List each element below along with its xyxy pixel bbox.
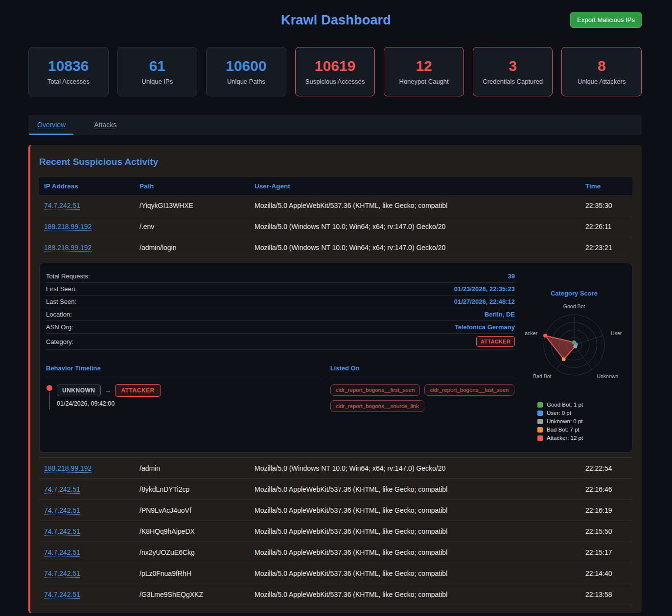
path-cell: /K8HQq9hAipeDX	[135, 521, 250, 542]
table-row[interactable]: 188.218.99.192 /.env Mozilla/5.0 (Window…	[39, 216, 632, 237]
legend-swatch-icon	[537, 411, 543, 416]
stat-card-unique-attackers: 8 Unique Attackers	[561, 47, 642, 96]
field-label: Location:	[46, 311, 72, 318]
stat-label: Suspicious Accesses	[296, 78, 375, 85]
path-cell: /YiqykGI13WHXE	[135, 195, 250, 216]
category-to-badge: ATTACKER	[115, 384, 161, 397]
field-label: Total Requests:	[46, 273, 90, 280]
panel-title: Recent Suspicious Activity	[39, 157, 633, 167]
stat-card-credentials-captured: 3 Credentials Captured	[473, 47, 553, 96]
legend-swatch-icon	[537, 402, 543, 408]
table-row[interactable]: 74.7.242.51 /pLz0Fnua9fRhH Mozilla/5.0 A…	[39, 563, 632, 584]
path-cell: /.env	[135, 216, 250, 237]
suspicious-activity-table: IP Address Path User-Agent Time 74.7.242…	[39, 177, 632, 605]
user-agent-cell: Mozilla/5.0 AppleWebKit/537.36 (KHTML, l…	[250, 542, 580, 563]
time-cell: 22:13:58	[580, 584, 632, 605]
table-row[interactable]: 74.7.242.51 /8ykdLnDYTi2cp Mozilla/5.0 A…	[39, 479, 632, 500]
field-row-last-seen: Last Seen: 01/27/2026, 22:48:12	[46, 296, 515, 308]
user-agent-cell: Mozilla/5.0 (Windows NT 10.0; Win64; x64…	[250, 237, 580, 258]
radar-chart: Good BotUserUnknownBad BotAttacker	[525, 298, 623, 391]
ip-link[interactable]: 74.7.242.51	[44, 506, 80, 514]
time-cell: 22:16:46	[580, 479, 632, 500]
tab-attacks[interactable]: Attacks	[86, 115, 124, 135]
table-row[interactable]: 74.7.242.51 /K8HQq9hAipeDX Mozilla/5.0 A…	[39, 521, 632, 542]
stats-row: 10836 Total Accesses 61 Unique IPs 10600…	[28, 47, 642, 96]
path-cell: /pLz0Fnua9fRhH	[135, 563, 250, 584]
legend-item-user: User: 0 pt	[537, 410, 626, 416]
stat-label: Total Accesses	[29, 78, 108, 85]
svg-text:Good Bot: Good Bot	[563, 303, 585, 309]
ip-link[interactable]: 74.7.242.51	[44, 591, 80, 598]
stat-value: 10619	[296, 58, 375, 74]
ip-link[interactable]: 188.218.99.192	[44, 223, 92, 230]
field-label: First Seen:	[46, 285, 77, 293]
timeline-item: UNKNOWN → ATTACKER 01/24/2026, 09:42:00	[46, 384, 320, 410]
table-row[interactable]: 74.7.242.51 /G3Lme9ShEQgXKZ Mozilla/5.0 …	[39, 584, 632, 605]
svg-text:Attacker: Attacker	[525, 330, 537, 336]
field-value: Berlin, DE	[485, 311, 515, 318]
ip-link[interactable]: 74.7.242.51	[44, 485, 80, 493]
category-from-badge: UNKNOWN	[57, 385, 101, 396]
table-header-row: IP Address Path User-Agent Time	[39, 177, 632, 195]
export-malicious-ips-button[interactable]: Export Malicious IPs	[570, 12, 642, 28]
time-cell: 22:22:54	[580, 458, 632, 479]
listed-on-badge[interactable]: cidr_report_bogons__first_seen	[330, 384, 420, 396]
time-cell: 22:35:30	[580, 195, 632, 216]
column-header-path: Path	[135, 177, 250, 195]
legend-item-unknown: Unknown: 0 pt	[537, 418, 626, 424]
timeline-line	[49, 392, 50, 410]
ip-link[interactable]: 188.218.99.192	[44, 464, 92, 472]
stat-card-unique-paths: 10600 Unique Paths	[206, 47, 286, 96]
recent-suspicious-activity-panel: Recent Suspicious Activity IP Address Pa…	[28, 145, 642, 613]
user-agent-cell: Mozilla/5.0 AppleWebKit/537.36 (KHTML, l…	[250, 195, 580, 216]
table-row[interactable]: 188.218.99.192 /admin/login Mozilla/5.0 …	[39, 237, 632, 258]
legend-swatch-icon	[537, 435, 543, 441]
svg-text:User: User	[611, 330, 622, 336]
field-label: Last Seen:	[46, 298, 76, 305]
legend-swatch-icon	[537, 419, 543, 424]
table-row[interactable]: 74.7.242.51 /YiqykGI13WHXE Mozilla/5.0 A…	[39, 195, 632, 216]
ip-link[interactable]: 74.7.242.51	[44, 202, 80, 209]
stat-label: Unique Attackers	[562, 78, 641, 85]
ip-detail-fields: Total Requests: 39 First Seen: 01/23/202…	[46, 270, 515, 443]
path-cell: /admin	[135, 458, 250, 479]
listed-on-badge[interactable]: cidr_report_bogons__last_seen	[424, 384, 514, 396]
table-row[interactable]: 74.7.242.51 /nx2yUOZuE6Ckg Mozilla/5.0 A…	[39, 542, 632, 563]
stat-card-unique-ips: 61 Unique IPs	[117, 47, 198, 96]
ip-detail-row: Total Requests: 39 First Seen: 01/23/202…	[39, 258, 632, 458]
behavior-timeline-title: Behavior Timeline	[46, 365, 320, 376]
stat-value: 10836	[29, 58, 108, 74]
stat-card-suspicious-accesses: 10619 Suspicious Accesses	[295, 47, 375, 96]
app-header: Krawl Dashboard Export Malicious IPs	[0, 0, 672, 40]
user-agent-cell: Mozilla/5.0 AppleWebKit/537.36 (KHTML, l…	[250, 500, 580, 521]
stat-label: Unique IPs	[118, 78, 197, 85]
table-row[interactable]: 74.7.242.51 /PN9LvAcJ4uoVf Mozilla/5.0 A…	[39, 500, 632, 521]
stat-value: 61	[118, 58, 197, 74]
user-agent-cell: Mozilla/5.0 (Windows NT 10.0; Win64; x64…	[250, 458, 580, 479]
path-cell: /admin/login	[135, 237, 250, 258]
legend-item-bad-bot: Bad Bot: 7 pt	[537, 427, 626, 433]
ip-link[interactable]: 74.7.242.51	[44, 570, 80, 577]
arrow-right-icon: →	[105, 387, 111, 394]
stat-card-honeypot-caught: 12 Honeypot Caught	[384, 47, 464, 96]
time-cell: 22:26:11	[580, 216, 632, 237]
user-agent-cell: Mozilla/5.0 AppleWebKit/537.36 (KHTML, l…	[250, 479, 580, 500]
time-cell: 22:15:50	[580, 521, 632, 542]
radar-chart-title: Category Score	[523, 290, 626, 297]
listed-on-badge[interactable]: cidr_report_bogons__source_link	[330, 400, 424, 412]
table-row[interactable]: 188.218.99.192 /admin Mozilla/5.0 (Windo…	[39, 458, 632, 479]
ip-link[interactable]: 74.7.242.51	[44, 548, 80, 556]
ip-link[interactable]: 74.7.242.51	[44, 527, 80, 535]
svg-text:Unknown: Unknown	[597, 373, 618, 379]
ip-detail-panel: Total Requests: 39 First Seen: 01/23/202…	[39, 263, 632, 453]
field-value: 01/23/2026, 22:35:23	[454, 285, 515, 293]
ip-link[interactable]: 188.218.99.192	[44, 244, 92, 251]
tab-overview[interactable]: Overview	[29, 115, 73, 135]
column-header-ip: IP Address	[39, 177, 135, 195]
category-score-section: Category Score Good BotUserUnknownBad Bo…	[523, 270, 626, 443]
field-row-category: Category: ATTACKER	[46, 334, 515, 350]
user-agent-cell: Mozilla/5.0 (Windows NT 10.0; Win64; x64…	[250, 216, 580, 237]
legend-item-attacker: Attacker: 12 pt	[537, 435, 626, 441]
legend-swatch-icon	[537, 427, 543, 433]
field-row-asn-org: ASN Org: Telefonica Germany	[46, 321, 515, 334]
